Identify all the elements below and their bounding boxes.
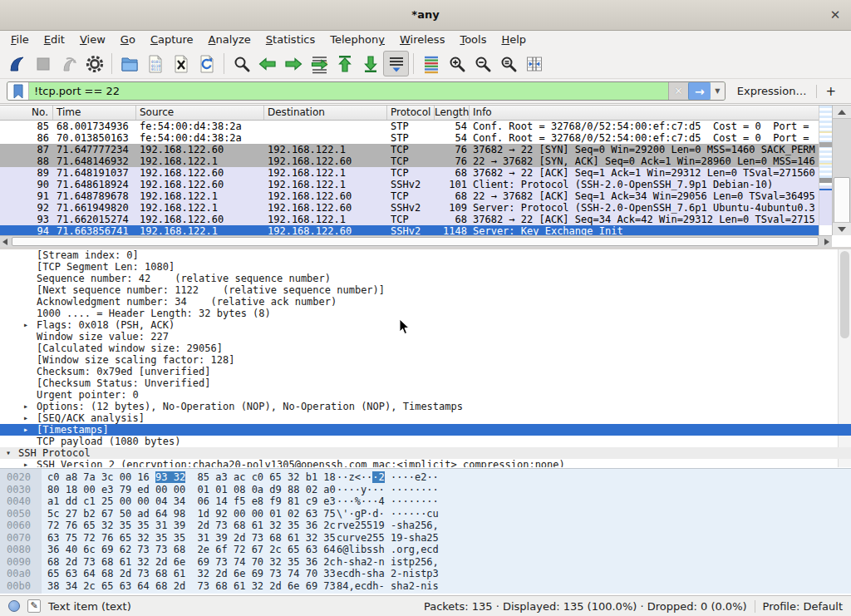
capture-options-button[interactable] — [81, 51, 107, 76]
detail-line[interactable]: Acknowledgment number: 34 (relative ack … — [0, 296, 851, 308]
detail-line[interactable]: ▸[SEQ/ACK analysis] — [0, 412, 851, 424]
capture-comment-icon[interactable]: ✎ — [27, 599, 41, 613]
stop-capture-button[interactable] — [30, 51, 56, 76]
detail-line[interactable]: [Window size scaling factor: 128] — [0, 354, 851, 366]
hex-row-00b0[interactable]: 00b038 34 2c 65 63 64 68 2d 73 68 61 32 … — [0, 580, 851, 593]
menu-analyze[interactable]: Analyze — [201, 32, 258, 47]
go-back-button[interactable] — [254, 51, 280, 76]
start-capture-button[interactable] — [4, 51, 30, 76]
display-filter-input[interactable] — [29, 82, 668, 100]
go-forward-button[interactable] — [280, 51, 306, 76]
zoom-reset-button[interactable] — [495, 51, 521, 76]
hex-row-0070[interactable]: 007063 75 72 76 65 32 35 35 31 39 2d 73 … — [0, 532, 851, 545]
filter-clear-icon[interactable]: ✕ — [668, 82, 688, 100]
menu-wireless[interactable]: Wireless — [392, 32, 452, 47]
collapsed-arrow-icon[interactable]: ▸ — [23, 401, 28, 412]
go-to-bottom-button[interactable] — [357, 51, 383, 76]
zoom-out-button[interactable] — [470, 51, 495, 76]
packet-row-91[interactable]: 9171.648789678192.168.122.1192.168.122.6… — [0, 190, 819, 202]
scroll-up-button[interactable] — [833, 106, 851, 119]
packet-list-vscrollbar[interactable] — [832, 106, 851, 235]
menu-tools[interactable]: Tools — [452, 32, 494, 47]
hex-row-00a0[interactable]: 00a065 63 64 68 2d 73 68 61 32 2d 6e 69 … — [0, 568, 851, 580]
expanded-arrow-icon[interactable]: ▾ — [6, 447, 11, 459]
restart-capture-button[interactable] — [56, 51, 81, 76]
hex-row-0020[interactable]: 0020c0 a8 7a 3c 00 16 93 32 85 a3 ac c0 … — [0, 471, 851, 484]
collapsed-arrow-icon[interactable]: ▸ — [23, 319, 28, 331]
hex-row-0090[interactable]: 009068 2d 73 68 61 32 2d 6e 69 73 74 70 … — [0, 556, 851, 569]
detail-line[interactable]: 1000 .... = Header Length: 32 bytes (8) — [0, 308, 851, 319]
menu-view[interactable]: View — [72, 32, 113, 47]
save-file-button[interactable]: 010101100111 — [142, 51, 168, 76]
close-icon[interactable]: ✕ — [824, 0, 846, 30]
filter-apply-icon[interactable]: → — [688, 82, 711, 100]
menu-telephony[interactable]: Telephony — [322, 32, 392, 47]
open-file-button[interactable] — [116, 51, 142, 76]
detail-line[interactable]: [Calculated window size: 29056] — [0, 342, 851, 354]
detail-line[interactable]: TCP payload (1080 bytes) — [0, 436, 851, 447]
go-to-packet-button[interactable] — [306, 51, 332, 76]
column-header-info[interactable]: Info — [470, 106, 832, 120]
hex-row-0080[interactable]: 008036 40 6c 69 62 73 73 68 2e 6f 72 67 … — [0, 544, 851, 556]
column-header-time[interactable]: Time — [53, 106, 136, 120]
packet-row-86[interactable]: 8670.013850163fe:54:00:d4:38:2aSTP54Conf… — [0, 132, 819, 144]
detail-line[interactable]: ▸Flags: 0x018 (PSH, ACK) — [0, 319, 851, 331]
collapsed-arrow-icon[interactable]: ▸ — [23, 424, 28, 436]
packet-row-92[interactable]: 9271.661949820192.168.122.1192.168.122.6… — [0, 202, 819, 214]
close-file-button[interactable] — [168, 51, 194, 76]
detail-line[interactable]: Checksum: 0x79ed [unverified] — [0, 366, 851, 377]
collapsed-arrow-icon[interactable]: ▸ — [23, 459, 28, 467]
colorize-button[interactable] — [418, 51, 444, 76]
menu-file[interactable]: File — [3, 32, 37, 47]
hscroll-thumb[interactable] — [12, 237, 819, 246]
add-filter-button[interactable]: + — [817, 84, 844, 99]
find-packet-button[interactable] — [229, 51, 254, 76]
packet-list-minimap[interactable] — [819, 106, 832, 235]
go-to-top-button[interactable] — [332, 51, 357, 76]
detail-line[interactable]: ▸SSH Version 2 (encryption:chacha20-poly… — [0, 459, 851, 467]
detail-line[interactable]: ▾SSH Protocol — [0, 447, 851, 459]
column-header-source[interactable]: Source — [136, 106, 264, 120]
menu-edit[interactable]: Edit — [37, 32, 72, 47]
column-header-no[interactable]: No. — [0, 106, 53, 120]
reload-file-button[interactable] — [194, 51, 219, 76]
column-header-destination[interactable]: Destination — [264, 106, 387, 120]
detail-line[interactable]: ▸Options: (12 bytes), No-Operation (NOP)… — [0, 401, 851, 412]
packet-row-93[interactable]: 9371.662015274192.168.122.60192.168.122.… — [0, 214, 819, 225]
expert-info-icon[interactable] — [8, 600, 20, 612]
menu-statistics[interactable]: Statistics — [258, 32, 322, 47]
menu-capture[interactable]: Capture — [143, 32, 201, 47]
hex-row-0060[interactable]: 006072 76 65 32 35 35 31 39 2d 73 68 61 … — [0, 520, 851, 532]
detail-line[interactable]: [Next sequence number: 1122 (relative se… — [0, 284, 851, 296]
column-header-protocol[interactable]: Protocol — [387, 106, 435, 120]
detail-line[interactable]: [Checksum Status: Unverified] — [0, 377, 851, 389]
filter-bookmark-button[interactable] — [7, 82, 29, 100]
menu-help[interactable]: Help — [494, 32, 534, 47]
packet-row-88[interactable]: 8871.648146932192.168.122.1192.168.122.6… — [0, 155, 819, 167]
packet-row-90[interactable]: 9071.648618924192.168.122.60192.168.122.… — [0, 179, 819, 190]
detail-line[interactable]: [TCP Segment Len: 1080] — [0, 261, 851, 273]
resize-columns-button[interactable] — [521, 51, 547, 76]
menu-go[interactable]: Go — [113, 32, 143, 47]
detail-line[interactable]: Window size value: 227 — [0, 331, 851, 342]
column-header-length[interactable]: Length — [435, 106, 470, 120]
packet-row-85[interactable]: 8568.001734936fe:54:00:d4:38:2aSTP54Conf… — [0, 121, 819, 132]
titlebar[interactable]: *any ✕ — [0, 0, 851, 31]
status-profile[interactable]: Profile: Default — [763, 600, 843, 613]
packet-row-89[interactable]: 8971.648191037192.168.122.60192.168.122.… — [0, 167, 819, 179]
packet-row-94[interactable]: 9471.663856741192.168.122.1192.168.122.6… — [0, 225, 819, 235]
collapsed-arrow-icon[interactable]: ▸ — [23, 412, 28, 424]
scroll-down-button[interactable] — [833, 222, 851, 235]
hex-row-0040[interactable]: 0040a1 dd c1 25 00 00 04 34 06 14 f5 e8 … — [0, 495, 851, 508]
packet-list-hscrollbar[interactable] — [0, 235, 832, 247]
detail-line[interactable]: [Stream index: 0] — [0, 249, 851, 261]
expression-button[interactable]: Expression… — [726, 85, 817, 97]
detail-line[interactable]: Sequence number: 42 (relative sequence n… — [0, 273, 851, 284]
detail-line[interactable]: ▸[Timestamps] — [0, 424, 851, 436]
filter-dropdown-caret-icon[interactable]: ▼ — [711, 82, 725, 100]
zoom-in-button[interactable] — [444, 51, 470, 76]
auto-scroll-button[interactable] — [383, 51, 409, 76]
packet-row-87[interactable]: 8771.647777234192.168.122.60192.168.122.… — [0, 144, 819, 155]
hex-row-0030[interactable]: 003080 18 00 e3 79 ed 00 00 01 01 08 0a … — [0, 484, 851, 496]
detail-line[interactable]: Urgent pointer: 0 — [0, 389, 851, 401]
